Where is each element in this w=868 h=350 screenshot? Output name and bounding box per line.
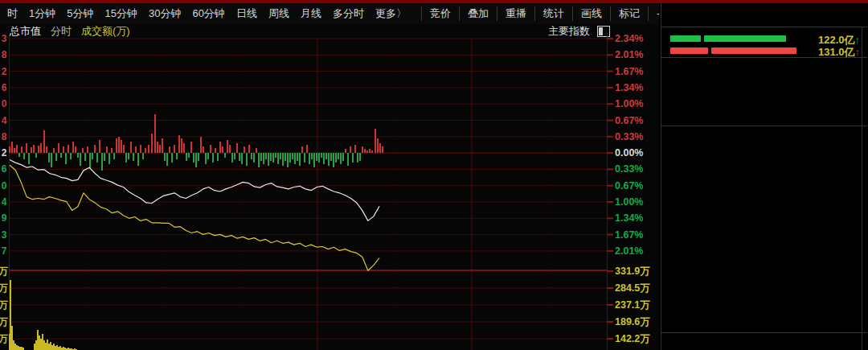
left-axis-digit: 0 bbox=[0, 180, 8, 191]
volume-axis-label: 189.6万 bbox=[615, 316, 650, 327]
period-tab[interactable]: 1分钟 bbox=[23, 6, 61, 21]
zero-line-bar bbox=[104, 153, 105, 161]
zero-line-bar bbox=[382, 146, 383, 153]
down-arrow-icon: ↑ bbox=[855, 46, 861, 58]
period-tab[interactable]: 5分钟 bbox=[61, 6, 99, 21]
percent-axis-label: 0.67% bbox=[615, 180, 643, 191]
toolbar-button[interactable]: 竞价 bbox=[421, 6, 459, 21]
zero-line-bar bbox=[292, 153, 293, 159]
average-line bbox=[10, 165, 379, 270]
left-axis-digit: 2 bbox=[0, 66, 8, 77]
volume-bar bbox=[59, 346, 61, 350]
left-axis-digit: 4 bbox=[0, 115, 8, 126]
volume-bar bbox=[58, 347, 59, 350]
volume-bar bbox=[53, 344, 55, 350]
toolbar-button[interactable]: 统计 bbox=[534, 6, 572, 21]
toolbar-button[interactable]: 标记 bbox=[610, 6, 648, 21]
zero-line-bar bbox=[354, 145, 356, 153]
zero-line-bar bbox=[82, 148, 84, 153]
volume-bar bbox=[48, 344, 50, 350]
zero-line-bar bbox=[239, 153, 240, 161]
zero-line-bar bbox=[362, 146, 363, 153]
zero-line-bar bbox=[33, 145, 35, 153]
zero-line-bar bbox=[68, 145, 69, 153]
zero-line-bar bbox=[246, 153, 248, 166]
period-tab[interactable]: 30分钟 bbox=[143, 6, 186, 21]
zero-line-bar bbox=[26, 143, 27, 153]
down-volume-bar-segment bbox=[670, 47, 708, 54]
zero-line-bar bbox=[277, 153, 279, 164]
zero-line-bar bbox=[375, 129, 376, 153]
down-volume-bar-segment bbox=[711, 47, 796, 54]
period-tab[interactable]: 月线 bbox=[295, 6, 327, 21]
up-volume-bar-segment bbox=[704, 35, 786, 42]
zero-line-bar bbox=[241, 153, 243, 164]
volume-bar bbox=[10, 280, 11, 350]
period-tab[interactable]: 60分钟 bbox=[186, 6, 230, 21]
zero-line-bar bbox=[203, 146, 204, 153]
zero-line-bar bbox=[231, 153, 233, 163]
volume-bar bbox=[42, 334, 43, 350]
zero-line-bar bbox=[111, 148, 113, 153]
volume-bar bbox=[34, 344, 35, 350]
zero-line-bar bbox=[31, 147, 32, 153]
volume-bar bbox=[16, 345, 18, 350]
index-line bbox=[10, 160, 379, 221]
zero-line-bar bbox=[280, 153, 281, 159]
zero-line-bar bbox=[205, 153, 207, 164]
volume-bar bbox=[63, 347, 64, 350]
zero-line-bar bbox=[133, 153, 134, 161]
percent-axis-label: 0.33% bbox=[615, 163, 643, 175]
zero-line-bar bbox=[53, 148, 55, 153]
percent-axis-label: 2.01% bbox=[615, 49, 643, 60]
zero-line-bar bbox=[186, 153, 187, 161]
zero-line-bar bbox=[169, 146, 170, 153]
zero-line-bar bbox=[140, 145, 141, 153]
zero-line-bar bbox=[11, 142, 13, 153]
intraday-chart[interactable] bbox=[9, 27, 613, 350]
panel-left-divider bbox=[661, 3, 661, 350]
quote-panel: 880001 总市值 122.0亿↑ 131.0亿↑ A股成交5796.04亿B… bbox=[659, 3, 868, 350]
zero-line-bar bbox=[282, 153, 284, 166]
left-axis-digit: 6 bbox=[0, 163, 8, 175]
volume-bar bbox=[51, 345, 53, 350]
zero-line-bar bbox=[130, 142, 132, 153]
volume-axis-label: 142.2万 bbox=[615, 333, 650, 344]
period-tab[interactable]: 更多〉 bbox=[370, 6, 412, 21]
zero-line-bar bbox=[154, 114, 156, 153]
zero-line-bar bbox=[333, 153, 334, 167]
zero-line-bar bbox=[159, 145, 161, 153]
zero-line-bar bbox=[321, 153, 322, 158]
period-tab-clipped[interactable]: 时 bbox=[2, 6, 23, 21]
period-tab[interactable]: 15分钟 bbox=[99, 6, 142, 21]
period-tab[interactable]: 日线 bbox=[231, 6, 263, 21]
zero-line-bar bbox=[371, 150, 373, 153]
zero-line-bar bbox=[142, 153, 144, 159]
zero-line-bar bbox=[60, 153, 62, 158]
toolbar-button[interactable]: 叠加 bbox=[459, 6, 497, 21]
volume-bar bbox=[45, 343, 47, 350]
right-percent-axis: 2.34%2.01%1.67%1.34%1.00%0.67%0.33%0.00%… bbox=[615, 27, 658, 350]
zero-line-bar bbox=[75, 146, 76, 153]
left-axis-digit: 8 bbox=[0, 131, 8, 142]
zero-line-bar bbox=[357, 153, 358, 163]
zero-line-bar bbox=[253, 153, 255, 163]
period-tab[interactable]: 周线 bbox=[263, 6, 295, 21]
period-tab[interactable]: 多分时 bbox=[327, 6, 370, 21]
zero-line-bar bbox=[328, 153, 330, 166]
zero-line-bar bbox=[135, 146, 137, 153]
zero-line-bar bbox=[377, 138, 379, 153]
volume-bar bbox=[19, 347, 21, 350]
zero-line-bar bbox=[297, 153, 298, 161]
volume-bar bbox=[21, 347, 23, 350]
zero-line-bar bbox=[323, 153, 325, 164]
zero-line-bar bbox=[77, 153, 79, 158]
volume-bar bbox=[9, 334, 10, 350]
zero-line-bar bbox=[366, 150, 368, 153]
chart-canvas[interactable] bbox=[9, 27, 613, 350]
zero-line-bar bbox=[268, 153, 269, 166]
toolbar-button[interactable]: 画线 bbox=[572, 6, 610, 21]
zero-line-bar bbox=[285, 153, 286, 161]
toolbar-button[interactable]: 重播 bbox=[497, 6, 534, 21]
zero-line-bar bbox=[248, 145, 250, 153]
